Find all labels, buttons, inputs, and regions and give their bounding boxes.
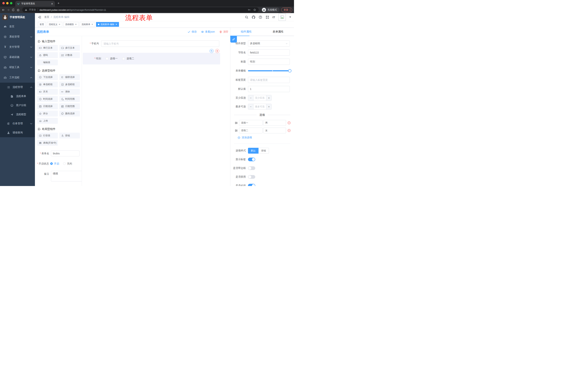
palette-item-upload[interactable]: 上传: [37, 118, 58, 124]
gender-option-2-checkbox[interactable]: 选项二: [122, 57, 134, 60]
remove-option-icon[interactable]: [287, 121, 291, 125]
palette-item-switch[interactable]: 开关: [37, 89, 58, 95]
search-icon[interactable]: [245, 15, 248, 19]
avatar[interactable]: [279, 13, 286, 21]
slider-track[interactable]: [248, 70, 290, 71]
max-select-value[interactable]: 最多可选: [253, 104, 266, 109]
sidebar-item-leave-query[interactable]: 请假查询: [0, 128, 35, 137]
increment-button[interactable]: +: [266, 104, 272, 109]
delete-widget-button[interactable]: [215, 49, 219, 53]
drag-handle-icon[interactable]: [235, 121, 238, 125]
close-icon[interactable]: ✕: [115, 23, 117, 26]
gender-option-1-checkbox[interactable]: 选项一: [106, 57, 117, 60]
option-1-label-input[interactable]: [239, 120, 262, 126]
sidebar-item-process-model[interactable]: 流程模型: [0, 110, 35, 119]
help-icon[interactable]: [259, 15, 262, 19]
window-close-button[interactable]: [2, 2, 5, 4]
close-icon[interactable]: ✕: [75, 23, 77, 26]
required-switch[interactable]: [248, 184, 255, 186]
sidebar-item-task-mgmt[interactable]: 任务管理: [0, 119, 35, 128]
title-input[interactable]: [248, 59, 290, 65]
copy-widget-button[interactable]: [210, 49, 214, 53]
style-default-button[interactable]: 默认: [248, 148, 259, 154]
option-1-value-input[interactable]: [263, 120, 286, 126]
sidebar-item-devtools[interactable]: 研发工具: [0, 62, 35, 73]
add-option-button[interactable]: 添加选项: [238, 136, 294, 139]
field-name-input[interactable]: [248, 50, 290, 56]
remark-textarea[interactable]: 嘿嘿: [51, 171, 82, 181]
palette-item-multi-text[interactable]: 多行文本: [59, 45, 80, 51]
palette-item-radio-group[interactable]: 单选框组: [37, 82, 58, 87]
show-label-switch[interactable]: [248, 158, 255, 161]
browser-menu-icon[interactable]: [290, 9, 290, 11]
increment-button[interactable]: +: [266, 95, 272, 101]
breadcrumb-home[interactable]: 首页: [44, 15, 49, 19]
palette-item-slider[interactable]: 滑块: [59, 89, 80, 95]
palette-item-counter[interactable]: 123计数器: [59, 52, 80, 58]
palette-item-button[interactable]: 按钮: [59, 133, 80, 138]
back-icon[interactable]: [2, 8, 5, 11]
min-select-value[interactable]: 至少应选: [253, 95, 266, 101]
forward-icon[interactable]: [7, 8, 10, 11]
window-zoom-button[interactable]: [10, 2, 12, 4]
save-button[interactable]: 保存: [188, 30, 197, 33]
form-canvas[interactable]: 手机号 性别 选项一 选项二: [82, 36, 230, 186]
palette-item-single-text[interactable]: 单行文本: [37, 45, 58, 51]
clear-button[interactable]: 清空: [219, 30, 228, 33]
palette-item-row-container[interactable]: 行容器: [37, 133, 58, 138]
bordered-switch[interactable]: [248, 166, 255, 170]
font-size-icon[interactable]: tT: [273, 16, 275, 19]
component-type-select[interactable]: 多选框组: [248, 40, 290, 47]
max-select-stepper[interactable]: − 最多可选 +: [248, 104, 272, 110]
window-controls[interactable]: [2, 2, 12, 4]
tab-form-props[interactable]: 表单属性: [262, 28, 294, 36]
panel-link-handle[interactable]: [230, 36, 237, 43]
palette-item-editor[interactable]: 编辑器: [37, 60, 58, 65]
tab-process-model[interactable]: 流程模型✕: [63, 22, 79, 27]
tab-close-icon[interactable]: ✕: [51, 2, 53, 5]
sidebar-item-system[interactable]: 系统管理: [0, 32, 35, 42]
palette-item-select[interactable]: 下拉选择: [37, 74, 58, 80]
tab-process-form-edit[interactable]: 流程表单-编辑✕: [96, 22, 119, 27]
min-select-stepper[interactable]: − 至少应选 +: [248, 95, 272, 101]
palette-item-color-picker[interactable]: 颜色选择: [59, 111, 80, 117]
reload-icon[interactable]: [12, 8, 15, 11]
radio-icon[interactable]: [50, 162, 53, 165]
grid-slider[interactable]: [248, 68, 290, 74]
user-menu-caret-icon[interactable]: [289, 17, 291, 18]
palette-item-password[interactable]: 密码: [37, 52, 58, 58]
sidebar-item-home[interactable]: 首页: [0, 21, 35, 32]
palette-item-table[interactable]: 表格[开发中]: [37, 140, 58, 146]
fullscreen-icon[interactable]: [266, 15, 269, 19]
palette-item-date-picker[interactable]: 日期选择: [37, 103, 58, 109]
home-icon[interactable]: [17, 8, 20, 11]
label-width-input[interactable]: [248, 77, 290, 83]
palette-item-checkbox-group[interactable]: 多选框组: [59, 82, 80, 87]
bookmark-star-icon[interactable]: [253, 8, 256, 11]
close-icon[interactable]: ✕: [91, 23, 93, 26]
sidebar-item-process-form[interactable]: 流程表单: [0, 92, 35, 101]
address-bar[interactable]: 不安全 dashboard.yudao.iocoder.cn/bpm/manag…: [22, 7, 259, 12]
window-minimize-button[interactable]: [6, 2, 9, 4]
sidebar-item-process-mgmt[interactable]: 流程管理: [0, 83, 35, 92]
phone-field-row[interactable]: 手机号: [82, 40, 219, 47]
status-on-radio[interactable]: 开启: [50, 161, 59, 167]
option-2-label-input[interactable]: [239, 128, 262, 133]
phone-input[interactable]: [101, 40, 219, 47]
browser-tab[interactable]: 芋道管理系统 ✕: [15, 1, 55, 7]
sidebar-item-infra[interactable]: 基础设施: [0, 52, 35, 62]
decrement-button[interactable]: −: [248, 95, 253, 101]
checkbox-icon[interactable]: [122, 57, 125, 60]
sidebar-collapse-icon[interactable]: [38, 15, 41, 19]
security-warning-icon[interactable]: [25, 9, 27, 11]
disabled-switch[interactable]: [248, 175, 255, 179]
tab-home[interactable]: 首页: [38, 22, 46, 27]
checkbox-icon[interactable]: [106, 57, 108, 60]
app-logo[interactable]: 芋道管理系统: [0, 13, 35, 21]
option-2-value-input[interactable]: [263, 128, 286, 133]
status-off-radio[interactable]: 关闭: [63, 161, 72, 167]
style-button-button[interactable]: 按钮: [259, 148, 269, 154]
palette-item-cascader[interactable]: 级联选择: [59, 74, 80, 80]
default-value-input[interactable]: [248, 86, 290, 92]
palette-item-date-range[interactable]: 日期范围: [59, 103, 80, 109]
